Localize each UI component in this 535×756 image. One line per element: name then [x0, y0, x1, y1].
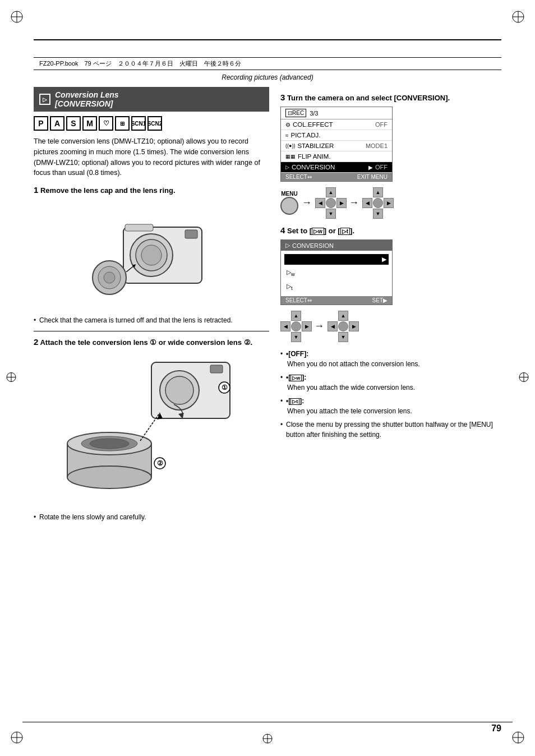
reg-mark-bl	[10, 731, 24, 746]
svg-rect-19	[210, 365, 223, 373]
col-effect-icon: ⚙	[285, 122, 290, 128]
left-column: ▷ Conversion Lens[CONVERSION] P A S M ♡ …	[34, 87, 269, 524]
menu-footer-3: SELECT⇔ EXIT MENU	[281, 173, 392, 181]
conv-footer-select: SELECT⇔	[285, 297, 312, 303]
reg-mark-bm	[262, 733, 273, 746]
conv-tele-label: ▷t	[287, 283, 293, 291]
note-tele-text: When you attach the tele conversion lens…	[287, 407, 412, 415]
note-off-bullet: •[OFF]:	[286, 350, 308, 358]
note-tele-bullet: •[▷t]:	[286, 397, 304, 405]
conversion-arrow: ▶	[368, 164, 373, 170]
menu-label: MENU	[281, 191, 297, 197]
dpad-ok2-center[interactable]	[338, 321, 348, 331]
menu-circle-btn[interactable]	[280, 197, 298, 215]
bottom-rule	[22, 722, 513, 722]
dpad2-up[interactable]: ▲	[291, 311, 301, 321]
note-close-text: Close the menu by pressing the shutter b…	[286, 421, 493, 439]
body-text: The tele conversion lens (DMW-LTZ10; opt…	[34, 136, 269, 178]
step2-heading: 2 Attach the tele conversion lens ① or w…	[34, 337, 269, 347]
conversion-value: OFF	[375, 164, 388, 170]
file-info: FZ20-PP.book 79 ページ ２００４年７月６日 火曜日 午後２時６分	[39, 59, 241, 68]
svg-rect-11	[125, 224, 153, 231]
step1-heading: 1 Remove the lens cap and the lens ring.	[34, 185, 269, 195]
mode-icon-grid: ⊞	[115, 116, 130, 131]
conv-off-label	[287, 256, 288, 263]
top-rule	[34, 39, 501, 40]
dpad-empty-tl	[315, 187, 325, 197]
dpad-ok-left[interactable]: ◀	[362, 198, 372, 208]
reg-mark-ml	[6, 372, 17, 385]
menu-row-stabilizer: ((●)) STABILIZER MODE1	[281, 141, 392, 151]
col-effect-value: OFF	[375, 121, 388, 128]
nav-arrows-4: ▲ ◀ ▶ ▼ → ▲ ◀ ▶	[280, 311, 501, 341]
camera-illustration-1	[34, 199, 269, 311]
section-icon: ▷	[39, 94, 50, 105]
footer-exit: EXIT MENU	[357, 174, 388, 180]
dpad-up[interactable]: ▲	[326, 187, 336, 197]
svg-point-25	[67, 466, 151, 488]
svg-point-14	[104, 272, 115, 283]
dpad-ok-center[interactable]	[373, 198, 383, 208]
dpad-ok-right[interactable]: ▶	[384, 198, 394, 208]
mode-icon-p: P	[34, 116, 48, 131]
dpad-down[interactable]: ▼	[326, 209, 336, 219]
conv-row-off: ▶	[284, 254, 389, 265]
dpad-center[interactable]	[326, 198, 336, 208]
step4-heading: 4 Set to [▷w] or [▷t].	[280, 225, 501, 235]
menu-screen-3: ⊡REC 3/3 ⚙ COL.EFFECT OFF ≈ PICT.ADJ.	[280, 107, 393, 182]
dpad-ok2-up[interactable]: ▲	[338, 311, 348, 321]
arrow-right-2: →	[349, 197, 359, 209]
conv-body: ▶ ▷w ▷t	[281, 251, 392, 296]
dpad2-left[interactable]: ◀	[280, 321, 290, 331]
svg-point-18	[165, 376, 193, 404]
conv-title: CONVERSION	[292, 242, 334, 249]
note-wide-bullet: •[▷w]:	[286, 374, 306, 381]
reg-mark-tl	[10, 10, 24, 25]
note-off-text: When you do not attach the conversion le…	[287, 360, 420, 368]
dpad-ok-up[interactable]: ▲	[373, 187, 383, 197]
arrow-right-3: →	[314, 320, 324, 332]
mode-icon-a: A	[50, 116, 64, 131]
dpad2-center[interactable]	[291, 321, 301, 331]
section-title-box: ▷ Conversion Lens[CONVERSION]	[34, 87, 269, 112]
menu-header-3: ⊡REC 3/3	[281, 107, 392, 119]
step1-rule	[34, 331, 269, 331]
dpad-left[interactable]: ◀	[315, 198, 325, 208]
dpad-ok2-down[interactable]: ▼	[338, 332, 348, 342]
reg-mark-br	[511, 731, 525, 746]
dpad-1: ▲ ◀ ▶ ▼	[315, 187, 345, 218]
mode-icon-m: M	[82, 116, 97, 131]
mode-icon-s: S	[66, 116, 81, 131]
flipanim-icon: ▦▦	[285, 154, 296, 159]
dpad-right[interactable]: ▶	[336, 198, 347, 208]
svg-point-27	[90, 439, 129, 449]
menu-row-pictadj: ≈ PICT.ADJ.	[281, 130, 392, 141]
conv-row-wide: ▷w	[284, 267, 389, 279]
pictadj-label: PICT.ADJ.	[291, 132, 386, 139]
flipanim-label: FLIP ANIM.	[298, 153, 385, 160]
header-bar: FZ20-PP.book 79 ページ ２００４年７月６日 火曜日 午後２時６分	[34, 57, 501, 70]
dpad2-down[interactable]: ▼	[291, 332, 301, 342]
dpad-ok2-left[interactable]: ◀	[328, 321, 338, 331]
page-wrapper: FZ20-PP.book 79 ページ ２００４年７月６日 火曜日 午後２時６分…	[0, 0, 535, 756]
dpad-2: ▲ ◀ ▶ ▼	[280, 311, 311, 341]
conversion-icon: ▷	[285, 164, 289, 170]
conv-footer-set: SET▶	[372, 297, 388, 303]
dpad-ok2-right[interactable]: ▶	[349, 321, 359, 331]
conv-screen: ▷ CONVERSION ▶ ▷w ▷t	[280, 239, 393, 305]
dpad-ok-down[interactable]: ▼	[373, 209, 383, 219]
rec-icon: ⊡REC	[285, 109, 306, 117]
dpad-empty-tr	[336, 187, 347, 197]
note-tele: •[▷t]: When you attach the tele conversi…	[280, 396, 501, 416]
menu-row-coleffect: ⚙ COL.EFFECT OFF	[281, 119, 392, 130]
stabilizer-label: STABILIZER	[297, 142, 363, 149]
note-wide: •[▷w]: When you attach the wide conversi…	[280, 372, 501, 393]
camera-illustration-2: ① ②	[34, 351, 269, 508]
conv-row-tele: ▷t	[284, 281, 389, 293]
dpad2-right[interactable]: ▶	[302, 321, 312, 331]
mode-icon-scn1: SCN1	[131, 116, 146, 131]
dpad-ok-1: ▲ ◀ ▶ ▼	[362, 187, 393, 218]
note-off: •[OFF]: When you do not attach the conve…	[280, 349, 501, 369]
conv-icon: ▷	[285, 242, 290, 249]
svg-rect-10	[185, 230, 197, 238]
